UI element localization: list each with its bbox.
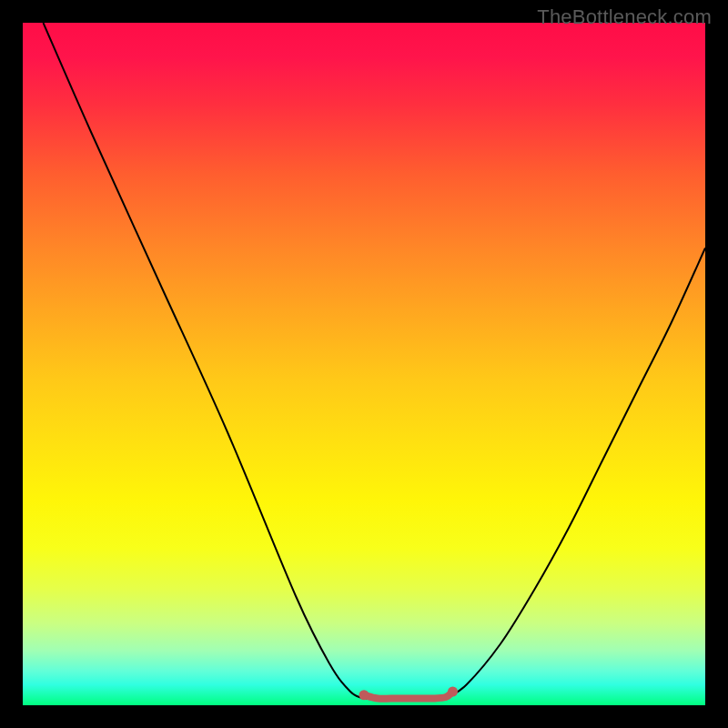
chart-plot-area bbox=[23, 23, 705, 705]
curve-right-ascending bbox=[446, 248, 705, 699]
curve-left-descending bbox=[44, 23, 379, 699]
valley-marker-left-endpoint bbox=[359, 690, 369, 700]
valley-marker-right-endpoint bbox=[448, 687, 458, 697]
chart-curve-svg bbox=[23, 23, 705, 705]
watermark-text: TheBottleneck.com bbox=[537, 5, 712, 29]
valley-floor-marker bbox=[364, 692, 453, 699]
